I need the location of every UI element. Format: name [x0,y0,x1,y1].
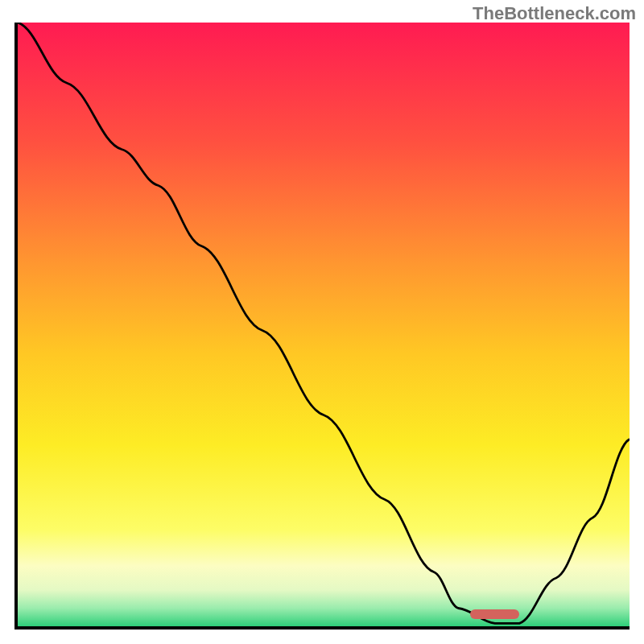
chart-plot-area [14,23,630,630]
watermark-text: TheBottleneck.com [473,3,636,24]
chart-container: TheBottleneck.com [0,0,644,644]
optimal-marker [470,609,519,619]
curve-layer [18,23,630,626]
bottleneck-curve [18,23,630,623]
